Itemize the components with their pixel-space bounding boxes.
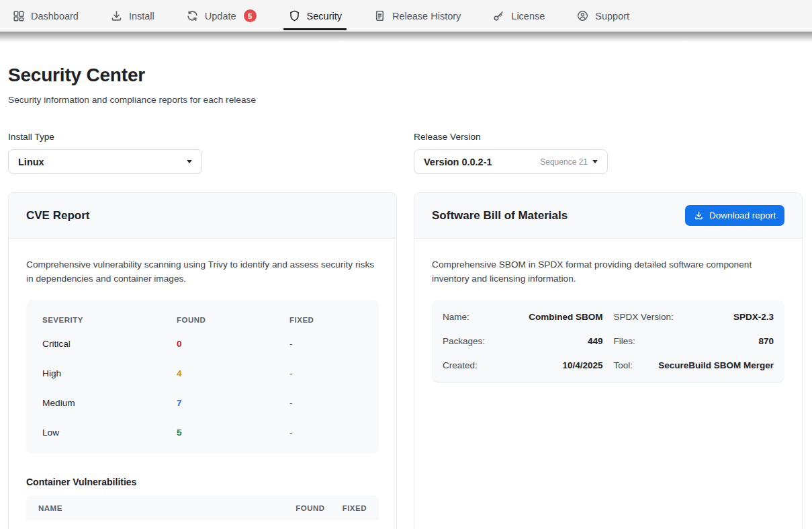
chevron-down-icon (187, 160, 192, 163)
sbom-info-files: Files: 870 (614, 329, 774, 353)
found-count: 5 (177, 428, 289, 438)
nav-item-update[interactable]: Update 5 (186, 0, 257, 32)
main-content: Security Center Security information and… (0, 65, 812, 529)
top-navigation: Dashboard Install Update 5 Security (0, 0, 812, 32)
nav-label: License (511, 11, 545, 22)
sbom-card-body: Comprehensive SBOM in SPDX format provid… (414, 239, 802, 400)
nav-label: Release History (392, 11, 461, 22)
info-value: 10/4/2025 (562, 360, 602, 370)
page-subtitle: Security information and compliance repo… (8, 95, 803, 105)
col-found: FOUND (296, 504, 324, 512)
severity-label: Critical (42, 339, 177, 349)
dashboard-icon (12, 9, 25, 22)
nav-label: Security (307, 11, 342, 22)
info-value: 449 (588, 336, 603, 346)
install-type-label: Install Type (8, 132, 397, 142)
release-version-field: Release Version Version 0.0.2-1 Sequence… (414, 132, 803, 174)
found-count: 4 (177, 368, 289, 378)
header-shadow (0, 32, 812, 42)
release-version-value: Version 0.0.2-1 (424, 157, 492, 167)
info-label: Name: (443, 312, 469, 322)
download-report-button[interactable]: Download report (685, 205, 784, 226)
severity-label: Medium (42, 398, 177, 408)
release-version-label: Release Version (414, 132, 803, 142)
chevron-down-icon (592, 160, 598, 163)
table-row-critical: Critical 0 - (26, 329, 379, 358)
nav-item-security[interactable]: Security (288, 0, 342, 32)
nav-item-install[interactable]: Install (110, 0, 154, 32)
table-row-medium: Medium 7 - (26, 388, 379, 417)
col-severity: SEVERITY (42, 316, 177, 324)
cve-card-body: Comprehensive vulnerability scanning usi… (9, 239, 396, 529)
support-icon (576, 9, 589, 22)
table-row-high: High 4 - (26, 358, 379, 388)
col-name: NAME (38, 504, 296, 512)
info-label: Tool: (614, 360, 633, 370)
install-type-select[interactable]: Linux (8, 149, 202, 174)
info-value: SPDX-2.3 (733, 312, 774, 322)
info-value: SecureBuild SBOM Merger (658, 360, 774, 370)
fixed-count: - (289, 339, 363, 349)
sbom-info-created: Created: 10/4/2025 (443, 353, 603, 377)
install-type-field: Install Type Linux (8, 132, 397, 174)
container-vulnerabilities-header: NAME FOUND FIXED (26, 495, 379, 520)
nav-label: Install (129, 11, 154, 22)
sbom-info-panel: Name: Combined SBOM SPDX Version: SPDX-2… (432, 300, 784, 382)
document-icon (373, 9, 386, 22)
col-fixed: FIXED (343, 504, 367, 512)
fixed-count: - (289, 368, 363, 378)
nav-label: Dashboard (31, 11, 79, 22)
info-label: SPDX Version: (614, 312, 674, 322)
severity-table-header: SEVERITY FOUND FIXED (26, 306, 379, 329)
info-value: 870 (758, 336, 774, 346)
sbom-info-tool: Tool: SecureBuild SBOM Merger (614, 353, 774, 377)
found-count: 0 (177, 339, 289, 349)
download-icon (694, 210, 704, 220)
nav-label: Update (205, 11, 236, 22)
cve-report-card: CVE Report Comprehensive vulnerability s… (8, 192, 397, 529)
col-fixed: FIXED (289, 316, 363, 324)
refresh-icon (186, 9, 199, 22)
info-label: Files: (614, 336, 635, 346)
cve-card-title: CVE Report (26, 209, 89, 222)
sbom-card: Software Bill of Materials Download repo… (414, 192, 803, 529)
sbom-info-packages: Packages: 449 (443, 329, 603, 353)
sbom-info-name: Name: Combined SBOM (443, 304, 603, 329)
severity-label: High (42, 368, 177, 378)
info-label: Created: (443, 360, 478, 370)
release-sequence: Sequence 21 (540, 157, 588, 167)
update-count-badge: 5 (244, 9, 257, 22)
shield-icon (288, 9, 301, 22)
severity-table: SEVERITY FOUND FIXED Critical 0 - High 4… (26, 300, 379, 454)
cve-card-header: CVE Report (9, 193, 396, 239)
nav-label: Support (595, 11, 629, 22)
severity-label: Low (42, 428, 177, 438)
nav-item-release-history[interactable]: Release History (373, 0, 461, 32)
container-vulnerabilities-title: Container Vulnerabilities (26, 477, 379, 487)
download-icon (110, 9, 123, 22)
fixed-count: - (289, 398, 363, 408)
sbom-card-title: Software Bill of Materials (432, 209, 568, 222)
info-label: Packages: (443, 336, 485, 346)
install-type-value: Linux (18, 157, 44, 167)
nav-item-license[interactable]: License (492, 0, 545, 32)
col-found: FOUND (177, 316, 289, 324)
cards-row: CVE Report Comprehensive vulnerability s… (8, 192, 803, 529)
nav-item-support[interactable]: Support (576, 0, 629, 32)
key-icon (492, 9, 505, 22)
nav-item-dashboard[interactable]: Dashboard (12, 0, 79, 32)
table-row-low: Low 5 - (26, 417, 379, 447)
sbom-description: Comprehensive SBOM in SPDX format provid… (432, 257, 784, 286)
filters-row: Install Type Linux Release Version Versi… (8, 132, 803, 174)
page-title: Security Center (8, 65, 803, 86)
cve-description: Comprehensive vulnerability scanning usi… (26, 257, 379, 286)
download-report-label: Download report (709, 210, 776, 220)
found-count: 7 (177, 398, 289, 408)
release-version-select[interactable]: Version 0.0.2-1 Sequence 21 (414, 149, 608, 174)
fixed-count: - (289, 428, 363, 438)
sbom-card-header: Software Bill of Materials Download repo… (414, 193, 802, 239)
sbom-info-spdx-version: SPDX Version: SPDX-2.3 (614, 304, 774, 329)
info-value: Combined SBOM (529, 312, 602, 322)
